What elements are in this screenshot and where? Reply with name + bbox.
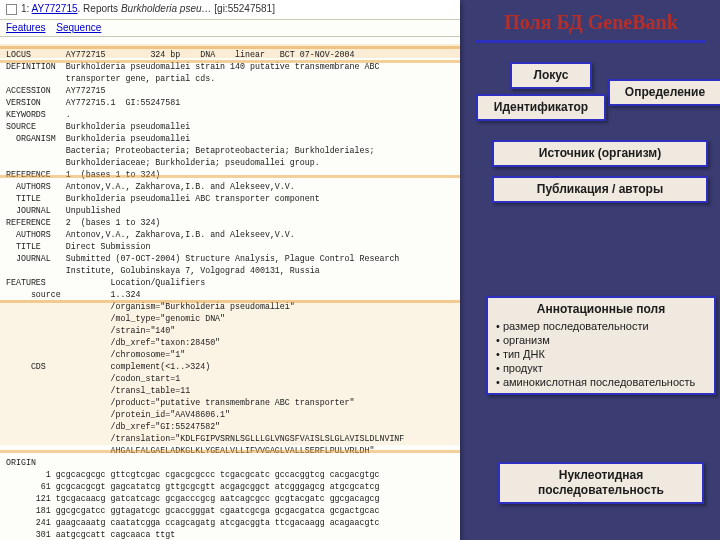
- slide-title: Поля БД GeneBank: [476, 10, 706, 43]
- genbank-record-panel: 1: AY772715. Reports Burkholderia pseu… …: [0, 0, 460, 540]
- annotation-item: • продукт: [496, 362, 543, 374]
- annotation-item: • организм: [496, 334, 550, 346]
- record-header: 1: AY772715. Reports Burkholderia pseu… …: [0, 0, 460, 20]
- callout-source: Источник (организм): [492, 140, 708, 167]
- annotation-item: • размер последовательности: [496, 320, 649, 332]
- select-checkbox[interactable]: [6, 4, 17, 15]
- callout-publication: Публикация / авторы: [492, 176, 708, 203]
- annotation-title: Аннотационные поля: [496, 302, 706, 316]
- callout-definition: Определение: [608, 79, 720, 106]
- tab-features[interactable]: Features: [6, 22, 45, 33]
- annotation-item: • тип ДНК: [496, 348, 545, 360]
- genbank-flatfile: LOCUS AY772715 324 bp DNA linear BCT 07-…: [0, 45, 460, 540]
- callout-locus: Локус: [510, 62, 592, 89]
- annotation-item: • аминокислотная последовательность: [496, 376, 695, 388]
- accession-link[interactable]: AY772715: [32, 3, 78, 14]
- record-subtabs: Features Sequence: [0, 20, 460, 37]
- callout-sequence: Нуклеотидная последовательность: [498, 462, 704, 504]
- tab-sequence[interactable]: Sequence: [56, 22, 101, 33]
- callout-annotation: Аннотационные поля • размер последовател…: [486, 296, 716, 395]
- callout-identifier: Идентификатор: [476, 94, 606, 121]
